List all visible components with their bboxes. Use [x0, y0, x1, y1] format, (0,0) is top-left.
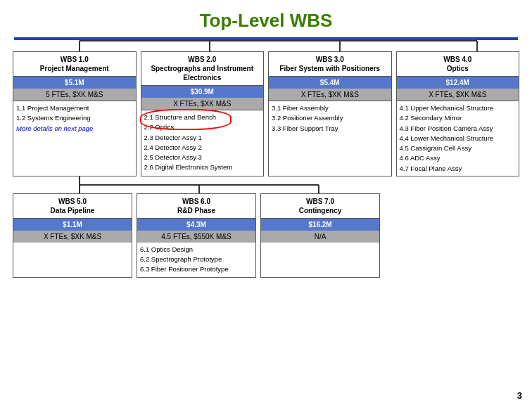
- wbs3-fte: X FTEs, $XK M&S: [269, 89, 391, 101]
- wbs6-fte: 4.5 FTEs, $550K M&S: [137, 231, 255, 243]
- wbs-box-2: WBS 2.0 Spectrographs and Instrument Ele…: [141, 51, 265, 176]
- wbs4-item-3: 4.3 Fiber Position Camera Assy: [400, 124, 517, 134]
- wbs7-items: [261, 243, 379, 247]
- wbs6-budget: $4.3M: [137, 219, 255, 231]
- wbs-box-3: WBS 3.0 Fiber System with Positioners $5…: [268, 51, 392, 176]
- wbs2-item-5: 2.5 Detector Assy 3: [144, 153, 261, 162]
- wbs6-header: WBS 6.0 R&D Phase: [137, 194, 255, 219]
- wbs4-item-6: 4.6 ADC Assy: [400, 153, 517, 163]
- wbs4-header: WBS 4.0 Optics: [397, 52, 519, 77]
- wbs3-header: WBS 3.0 Fiber System with Positioners: [269, 52, 391, 77]
- wbs4-item-1: 4.1 Upper Mechanical Structure: [400, 103, 517, 113]
- wbs7-budget: $16.2M: [261, 219, 379, 231]
- wbs2-item-6: 2.6 Digital Electronics System: [144, 162, 261, 172]
- wbs-box-4: WBS 4.0 Optics $12.4M X FTEs, $XK M&S 4.…: [396, 51, 520, 176]
- wbs1-item-2: 1.2 Systems Engineering: [16, 113, 133, 123]
- wbs5-items: [13, 243, 132, 247]
- bottom-connectors-svg: [13, 176, 519, 193]
- wbs-box-6: WBS 6.0 R&D Phase $4.3M 4.5 FTEs, $550K …: [137, 193, 256, 278]
- wbs3-item-3: 3.3 Fiber Support Tray: [272, 124, 388, 134]
- main-wbs-row: WBS 1.0 Project Management $5.1M 5 FTEs,…: [13, 51, 519, 176]
- wbs6-item-3: 6.3 Fiber Positioner Prototype: [140, 264, 253, 274]
- wbs5-header: WBS 5.0 Data Pipeline: [13, 194, 132, 219]
- wbs2-fte: X FTEs, $XK M&S: [141, 98, 264, 110]
- wbs5-budget: $1.1M: [13, 219, 132, 231]
- wbs1-item-1: 1.1 Project Management: [16, 103, 133, 113]
- wbs4-item-7: 4.7 Focal Plane Assy: [400, 164, 517, 174]
- wbs1-items: 1.1 Project Management 1.2 Systems Engin…: [13, 101, 136, 136]
- wbs2-item-1: 2.1 Structure and Bench: [144, 112, 261, 122]
- wbs4-items: 4.1 Upper Mechanical Structure 4.2 Secon…: [397, 101, 519, 176]
- wbs6-items: 6.1 Optics Design 6.2 Spectrograph Proto…: [137, 243, 255, 277]
- wbs4-budget: $12.4M: [397, 77, 519, 89]
- wbs4-item-5: 4.5 Cassigrain Cell Assy: [400, 143, 517, 153]
- wbs2-items: 2.1 Structure and Bench 2.2 Optics 2.3 D…: [141, 110, 264, 175]
- wbs1-fte: 5 FTEs, $XK M&S: [13, 89, 136, 101]
- wbs1-budget: $5.1M: [13, 77, 136, 89]
- wbs3-items: 3.1 Fiber Assembly 3.2 Positioner Assemb…: [269, 101, 391, 136]
- wbs3-item-1: 3.1 Fiber Assembly: [272, 103, 388, 113]
- wbs3-budget: $5.4M: [269, 77, 391, 89]
- page-title: Top-Level WBS: [0, 0, 532, 37]
- wbs-box-1: WBS 1.0 Project Management $5.1M 5 FTEs,…: [13, 51, 137, 176]
- wbs6-item-2: 6.2 Spectrograph Prototype: [140, 255, 253, 264]
- wbs4-fte: X FTEs, $XK M&S: [397, 89, 519, 101]
- wbs2-budget: $30.9M: [141, 86, 264, 98]
- wbs2-item-3: 2.3 Detector Assy 1: [144, 133, 261, 143]
- top-connectors: [13, 40, 519, 51]
- page-number: 3: [517, 390, 522, 401]
- wbs1-more-details: More details on next page: [16, 124, 133, 134]
- wbs-box-5: WBS 5.0 Data Pipeline $1.1M X FTEs, $XK …: [13, 193, 132, 278]
- wbs7-header: WBS 7.0 Contingency: [261, 194, 379, 219]
- wbs6-item-1: 6.1 Optics Design: [140, 245, 253, 255]
- wbs1-header: WBS 1.0 Project Management: [13, 52, 136, 77]
- wbs-box-7: WBS 7.0 Contingency $16.2M N/A: [260, 193, 380, 278]
- wbs2-header: WBS 2.0 Spectrographs and Instrument Ele…: [141, 52, 264, 86]
- wbs3-item-2: 3.2 Positioner Assembly: [272, 113, 388, 123]
- wbs4-item-4: 4.4 Lower Mechanical Structure: [400, 134, 517, 143]
- wbs2-item-4: 2.4 Detector Assy 2: [144, 143, 261, 153]
- wbs2-item-2: 2.2 Optics: [144, 122, 261, 132]
- wbs4-item-2: 4.2 Secondary Mirror: [400, 113, 517, 123]
- wbs7-fte: N/A: [261, 231, 379, 243]
- wbs5-fte: X FTEs, $XK M&S: [13, 231, 132, 243]
- bottom-wbs-row: WBS 5.0 Data Pipeline $1.1M X FTEs, $XK …: [13, 193, 519, 278]
